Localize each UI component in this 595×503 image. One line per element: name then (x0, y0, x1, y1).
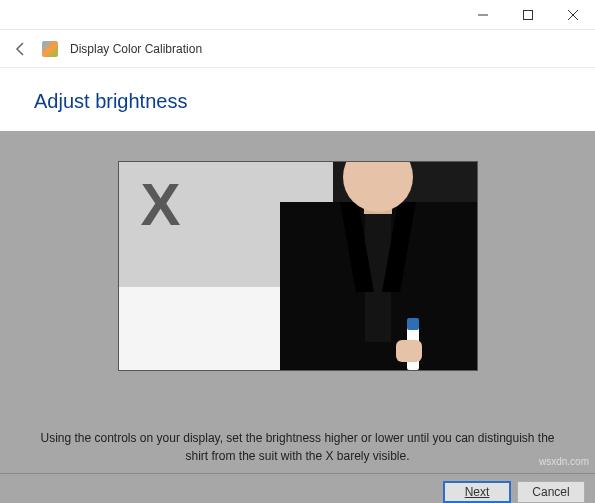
arrow-left-icon (13, 41, 29, 57)
instruction-text: Using the controls on your display, set … (0, 429, 595, 465)
person-figure (280, 162, 477, 370)
close-icon (568, 10, 578, 20)
hand (396, 340, 422, 362)
back-button[interactable] (12, 40, 30, 58)
content-area: X Using the controls on your display, se… (0, 131, 595, 503)
wizard-footer: Next Cancel (0, 473, 595, 503)
next-button-label: Next (465, 485, 490, 499)
x-letter: X (141, 170, 181, 239)
calibration-image-wrap: X (0, 131, 595, 371)
maximize-button[interactable] (505, 0, 550, 30)
cancel-button[interactable]: Cancel (517, 481, 585, 503)
app-icon (42, 41, 58, 57)
header-bar: Display Color Calibration (0, 30, 595, 68)
calibration-image: X (118, 161, 478, 371)
close-button[interactable] (550, 0, 595, 30)
titlebar (0, 0, 595, 30)
watermark: wsxdn.com (539, 456, 589, 467)
cancel-button-label: Cancel (532, 485, 569, 499)
minimize-icon (478, 10, 488, 20)
app-title: Display Color Calibration (70, 42, 202, 56)
minimize-button[interactable] (460, 0, 505, 30)
next-button[interactable]: Next (443, 481, 511, 503)
pen-cap (407, 318, 419, 330)
svg-rect-1 (523, 10, 532, 19)
page-heading: Adjust brightness (0, 68, 595, 131)
maximize-icon (523, 10, 533, 20)
